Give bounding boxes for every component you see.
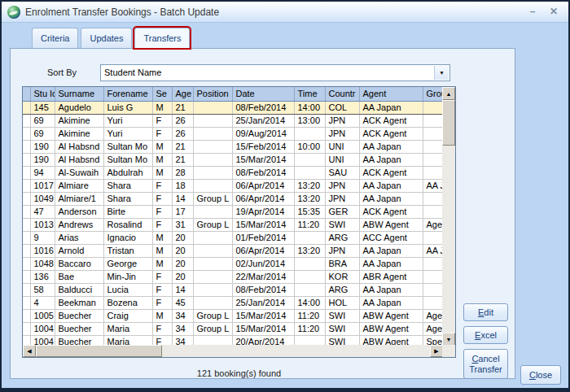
row-selector[interactable]	[23, 322, 30, 335]
row-selector[interactable]	[23, 140, 30, 153]
row-selector[interactable]	[23, 166, 30, 179]
column-header[interactable]: Countr	[325, 87, 359, 101]
row-selector[interactable]	[23, 257, 30, 270]
cancel-transfer-button[interactable]: Cancel Transfer	[463, 349, 508, 379]
horizontal-scrollbar[interactable]: ◀ ▶	[23, 345, 443, 357]
scroll-left-icon[interactable]: ◀	[23, 345, 36, 357]
cell: F	[152, 296, 172, 309]
cell: 20	[172, 244, 193, 257]
combo-dropdown-button[interactable]: ▼	[434, 66, 449, 80]
cell: Bozena	[103, 296, 152, 309]
table-row[interactable]: 9AriasIgnacioM2001/Feb/2014ARGACC Agent	[23, 231, 443, 244]
column-header[interactable]: Date	[232, 87, 294, 101]
cell: Akimine	[55, 127, 103, 140]
table-row[interactable]: 69AkimineYuriF2609/Aug/2014JPNACK Agent	[23, 127, 443, 140]
cell: 94	[30, 166, 55, 179]
scroll-down-icon[interactable]: ▼	[442, 333, 455, 346]
close-icon[interactable]: ✕	[546, 4, 562, 19]
cell: 1049	[30, 192, 55, 205]
cell: Arnold	[55, 244, 103, 257]
column-header[interactable]: Surname	[55, 87, 103, 101]
cell: Al Habsnd	[55, 153, 103, 166]
cell: 14:00	[294, 296, 325, 309]
column-header[interactable]: Grou	[423, 87, 443, 101]
window-title: Enrolment Transfer Bookings - Batch Upda…	[25, 7, 219, 18]
cell	[193, 166, 232, 179]
table-row[interactable]: 1017AlmiareSharaF1806/Apr/201413:20JPNAA…	[23, 179, 443, 192]
vertical-scrollbar[interactable]: ▲ ▼	[442, 87, 455, 346]
cell: 11:20	[294, 322, 325, 335]
excel-button[interactable]: Excel	[463, 326, 508, 344]
row-selector[interactable]	[23, 192, 30, 205]
table-row[interactable]: 1048BaccaroGeorgeM2002/Jun/2014BRAAA Jap…	[23, 257, 443, 270]
cell: 14:00	[294, 101, 325, 114]
row-selector[interactable]	[23, 179, 30, 192]
cell: 21	[172, 153, 193, 166]
row-selector[interactable]	[23, 309, 30, 322]
tab-transfers[interactable]: Transfers	[134, 28, 190, 48]
cell: F	[152, 192, 172, 205]
table-row[interactable]: 1013AndrewsRosalindF31Group L15/Mar/2014…	[23, 218, 443, 231]
column-header[interactable]: Position	[193, 87, 232, 101]
minimize-icon[interactable]: –	[524, 4, 541, 19]
cell: M	[152, 153, 172, 166]
cell: Agudelo	[55, 101, 103, 114]
row-selector[interactable]	[23, 296, 30, 309]
column-header[interactable]: Se	[152, 87, 172, 101]
cell	[193, 179, 232, 192]
sort-by-combobox[interactable]: Student Name ▼	[100, 64, 450, 81]
tab-updates[interactable]: Updates	[81, 28, 132, 48]
table-row[interactable]: 190Al HabsndSultan MoM2115/Mar/2014UNIAA…	[23, 153, 443, 166]
vertical-scroll-thumb[interactable]	[442, 100, 455, 146]
title-bar[interactable]: Enrolment Transfer Bookings - Batch Upda…	[2, 2, 568, 23]
row-selector[interactable]	[23, 205, 30, 218]
table-row[interactable]: 69AkimineYuriF2625/Jan/201413:00JPNACK A…	[23, 114, 443, 127]
column-header[interactable]: Stu Id	[30, 87, 55, 101]
cell: M	[152, 101, 172, 114]
row-selector[interactable]	[23, 231, 30, 244]
cancel-transfer-button-label: Cancel Transfer	[464, 354, 507, 375]
vertical-scroll-track[interactable]	[442, 146, 455, 333]
column-header[interactable]: Forename	[103, 87, 152, 101]
column-header[interactable]: Time	[294, 87, 325, 101]
cell	[423, 153, 443, 166]
scroll-up-icon[interactable]: ▲	[442, 87, 455, 100]
table-row[interactable]: 94Al-SuwaihAbdulrahM2808/Feb/2014SAUACK …	[23, 166, 443, 179]
column-header[interactable]: Agent	[359, 87, 423, 101]
close-button[interactable]: Close	[520, 365, 561, 385]
table-row[interactable]: 1004BuecherMariaF34Group L15/Mar/201411:…	[23, 322, 443, 335]
table-row[interactable]: 1005BuecherCraigM34Group L15/Mar/201411:…	[23, 309, 443, 322]
table-row[interactable]: 145AgudeloLuis GM2108/Feb/201414:00COLAA…	[23, 101, 443, 114]
edit-button[interactable]: Edit	[463, 303, 508, 321]
horizontal-scroll-thumb[interactable]	[36, 345, 162, 357]
cell: ARG	[325, 283, 359, 296]
table-row[interactable]: 4BeekmanBozenaF4525/Jan/201414:00HOLAA J…	[23, 296, 443, 309]
cell: 06/Apr/2014	[232, 192, 294, 205]
row-selector[interactable]	[23, 244, 30, 257]
table-row[interactable]: 136BaeMin-JinF2022/Mar/2014KORABR Agent	[23, 270, 443, 283]
cell: HOL	[325, 296, 359, 309]
row-selector[interactable]	[23, 283, 30, 296]
tab-criteria[interactable]: Criteria	[32, 28, 78, 48]
row-selector[interactable]	[23, 153, 30, 166]
row-selector[interactable]	[23, 218, 30, 231]
cell: AA Japan	[359, 179, 423, 192]
table-row[interactable]: 58BalducciLuciaF1408/Feb/2014ARGAA Japan	[23, 283, 443, 296]
table-row[interactable]: 1016ArnoldTristanM2006/Apr/201413:20JPNA…	[23, 244, 443, 257]
cell: ABW Agent	[359, 309, 423, 322]
row-selector[interactable]	[23, 101, 30, 114]
scroll-right-icon[interactable]: ▶	[430, 345, 443, 357]
table-row[interactable]: 1049Almiare/1SharaF14Group L06/Apr/20141…	[23, 192, 443, 205]
row-selector[interactable]	[23, 114, 30, 127]
column-header[interactable]: Age	[172, 87, 193, 101]
row-selector[interactable]	[23, 127, 30, 140]
cell: F	[152, 283, 172, 296]
table-row[interactable]: 47AndersonBirteF1719/Apr/201415:35GERACK…	[23, 205, 443, 218]
cell	[423, 205, 443, 218]
cell: 4	[30, 296, 55, 309]
cell: 15/Mar/2014	[232, 218, 294, 231]
row-selector[interactable]	[23, 270, 30, 283]
horizontal-scroll-track[interactable]	[162, 345, 430, 357]
table-row[interactable]: 190Al HabsndSultan MoM2115/Feb/201410:00…	[23, 140, 443, 153]
cell: Beekman	[55, 296, 103, 309]
